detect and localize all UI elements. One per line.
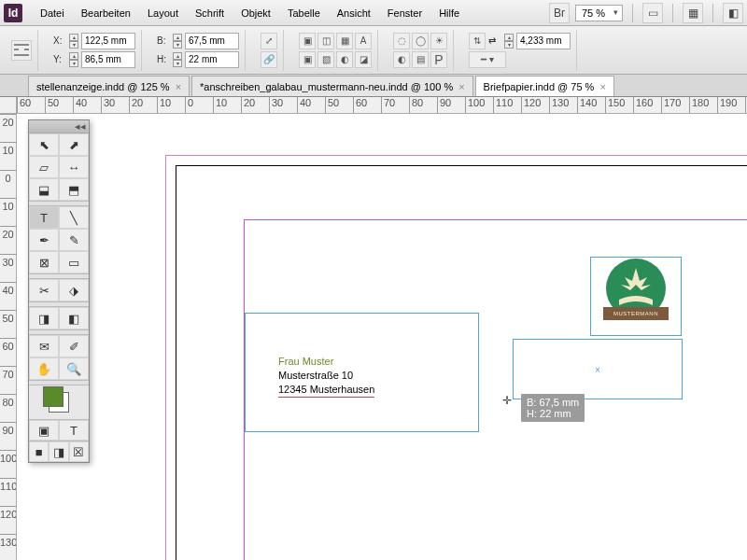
rectangle-tool[interactable]: ▭	[59, 251, 89, 273]
menu-schrift[interactable]: Schrift	[187, 4, 233, 22]
direct-selection-tool[interactable]: ⬈	[59, 133, 89, 156]
menu-fenster[interactable]: Fenster	[379, 4, 430, 22]
ruler-vertical[interactable]: 20100102030405060708090100110120130140	[0, 114, 17, 560]
x-input[interactable]	[81, 33, 135, 49]
spacing-stepper[interactable]: ▴▾	[504, 34, 514, 49]
screen-mode-button[interactable]: ◧	[723, 3, 743, 23]
gradient-swatch-tool[interactable]: ◨	[29, 307, 59, 329]
content-placer-tool[interactable]: ⬒	[59, 178, 89, 201]
smart-h: H: 22 mm	[527, 408, 579, 419]
ruler-horizontal[interactable]: 6050403020100102030405060708090100110120…	[17, 97, 747, 114]
tools-panel[interactable]: ◂◂ ⬉ ⬈ ▱ ↔ ⬓ ⬒ T ╲ ✒ ✎ ⊠ ▭ ✂ ⬗ ◨ ◧ ✉ ✐ ✋…	[28, 119, 90, 463]
opacity-icon[interactable]: ◐	[336, 51, 353, 68]
scale-icon[interactable]: ⤢	[261, 33, 277, 49]
b-input[interactable]	[185, 33, 239, 49]
apply-gradient[interactable]: ◨	[49, 441, 68, 462]
menu-tabelle[interactable]: Tabelle	[279, 4, 329, 22]
shadow-icon[interactable]: ▧	[317, 51, 334, 68]
hand-tool[interactable]: ✋	[29, 357, 59, 380]
drawing-frame[interactable]: ×	[513, 339, 683, 399]
control-panel: X: ▴▾ Y: ▴▾ B: ▴▾ H: ▴▾ ⤢ 🔗 ▣ ◫ ▦ A	[0, 26, 747, 75]
menu-objekt[interactable]: Objekt	[233, 4, 279, 22]
fill-stroke-swatch[interactable]	[29, 385, 89, 419]
view-mode-button[interactable]: ▭	[642, 3, 663, 23]
free-transform-tool[interactable]: ⬗	[59, 279, 89, 301]
fit-proportional-icon[interactable]: ▣	[299, 33, 316, 49]
effect2-icon[interactable]: ◯	[412, 33, 429, 49]
menu-datei[interactable]: Datei	[32, 4, 73, 22]
tab-briefpapier[interactable]: Briefpapier.indd @ 75 % ×	[475, 76, 614, 96]
note-tool[interactable]: ✉	[29, 335, 59, 357]
spacing-input[interactable]	[516, 33, 571, 49]
tab-stellenanzeige[interactable]: stellenanzeige.indd @ 125 % ×	[28, 76, 190, 96]
b-stepper[interactable]: ▴▾	[173, 34, 182, 49]
apply-color-text[interactable]: T	[59, 420, 89, 441]
page-tool[interactable]: ▱	[29, 156, 59, 178]
rectangle-frame-tool[interactable]: ⊠	[29, 251, 59, 273]
align-icon[interactable]: ⇅	[469, 33, 486, 49]
arrange-button[interactable]: ▦	[683, 3, 703, 23]
menu-hilfe[interactable]: Hilfe	[430, 4, 468, 22]
transform-group: ⤢ 🔗	[255, 30, 284, 71]
apply-color-container[interactable]: ▣	[29, 420, 59, 441]
y-input[interactable]	[81, 51, 135, 68]
menu-ansicht[interactable]: Ansicht	[329, 4, 379, 22]
effect4-icon[interactable]: ◐	[393, 51, 410, 68]
cursor-crosshair: ✛	[502, 394, 512, 407]
bridge-button[interactable]: Br	[549, 3, 570, 23]
spacing-group: ⇅ ⇄ ▴▾ ━ ▾	[463, 30, 577, 71]
menu-bar: Id Datei Bearbeiten Layout Schrift Objek…	[0, 0, 747, 26]
collapse-icon[interactable]: ◂◂	[75, 120, 86, 133]
close-icon[interactable]: ×	[599, 81, 605, 92]
place-cursor-icon[interactable]: P	[430, 51, 447, 68]
apply-color[interactable]: ■	[29, 441, 49, 462]
effects-group: ◌ ◯ ☀ ◐ ▤ P	[388, 30, 454, 71]
logo-frame[interactable]: MUSTERMANN	[590, 257, 682, 336]
reference-point-group	[6, 30, 38, 71]
y-stepper[interactable]: ▴▾	[69, 52, 78, 67]
gap-tool[interactable]: ↔	[59, 156, 89, 178]
effect5-icon[interactable]: ▤	[412, 51, 429, 68]
stroke-picker-icon[interactable]: ━ ▾	[469, 51, 506, 68]
text-wrap-icon[interactable]: A	[355, 33, 372, 49]
pencil-tool[interactable]: ✎	[59, 229, 89, 251]
x-label: X:	[53, 35, 66, 46]
tools-panel-header[interactable]: ◂◂	[29, 120, 89, 133]
content-collector-tool[interactable]: ⬓	[29, 178, 59, 201]
line-tool[interactable]: ╲	[59, 206, 89, 229]
menu-layout[interactable]: Layout	[139, 4, 187, 22]
b-label: B:	[157, 35, 170, 46]
tab-anschreiben[interactable]: *anschreiben_galabau_mustermann-neu.indd…	[191, 76, 473, 96]
fit-frame-icon[interactable]: ◫	[317, 33, 334, 49]
effect3-icon[interactable]: ☀	[430, 33, 447, 49]
x-stepper[interactable]: ▴▾	[69, 34, 78, 49]
pen-tool[interactable]: ✒	[29, 229, 59, 251]
zoom-level-dropdown[interactable]: 75 %	[575, 5, 623, 21]
fill-frame-icon[interactable]: ▦	[336, 33, 353, 49]
close-icon[interactable]: ×	[176, 81, 181, 92]
selection-tool[interactable]: ⬉	[29, 133, 59, 156]
tab-label: stellenanzeige.indd @ 125 %	[36, 81, 170, 92]
scissors-tool[interactable]: ✂	[29, 279, 59, 301]
separator	[632, 4, 633, 22]
eyedropper-tool[interactable]: ✐	[59, 335, 89, 357]
constrain-icon[interactable]: 🔗	[261, 51, 277, 68]
fill-swatch[interactable]	[43, 386, 63, 407]
h-stepper[interactable]: ▴▾	[173, 52, 182, 67]
apply-none[interactable]: ☒	[69, 441, 89, 462]
document-tabs: stellenanzeige.indd @ 125 % × *anschreib…	[0, 75, 747, 97]
h-input[interactable]	[185, 51, 239, 68]
reference-point-proxy[interactable]	[11, 40, 32, 61]
zoom-tool[interactable]: 🔍	[59, 357, 89, 380]
address-name: Frau Muster	[278, 355, 374, 369]
ruler-origin[interactable]	[0, 97, 17, 114]
gradient-feather-tool[interactable]: ◧	[59, 307, 89, 329]
close-icon[interactable]: ×	[458, 81, 464, 92]
canvas[interactable]: Frau Muster Musterstraße 10 12345 Muster…	[17, 114, 747, 560]
effect1-icon[interactable]: ◌	[393, 33, 410, 49]
corner-icon[interactable]: ◪	[355, 51, 372, 68]
menu-bearbeiten[interactable]: Bearbeiten	[73, 4, 139, 22]
center-icon[interactable]: ▣	[299, 51, 316, 68]
workspace: 6050403020100102030405060708090100110120…	[0, 97, 747, 560]
type-tool[interactable]: T	[29, 206, 59, 229]
